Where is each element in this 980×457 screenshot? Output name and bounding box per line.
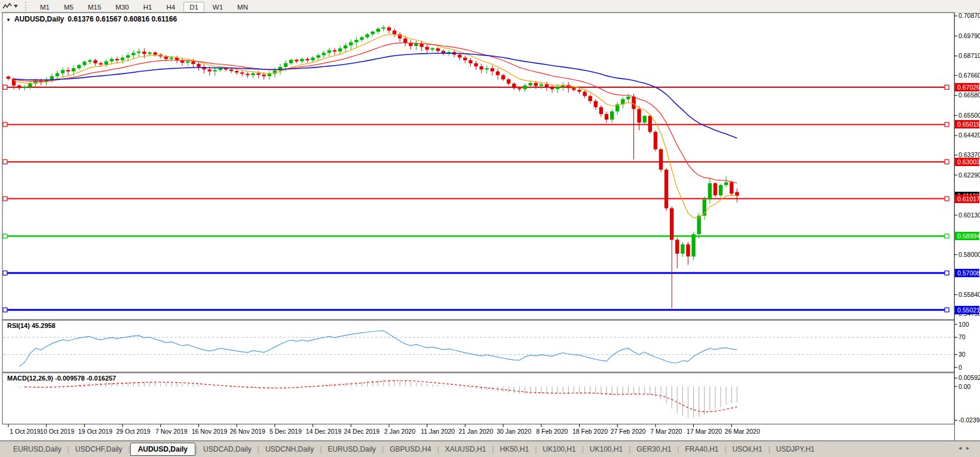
chevron-right-icon[interactable]: ▸ [966, 444, 974, 451]
tab-scroll-arrows: ◂▸ [958, 444, 974, 451]
tab-fra40-h1[interactable]: FRA40,H1 [679, 443, 724, 455]
tab-ger30-h1[interactable]: GER30,H1 [630, 443, 677, 455]
chart-title: ▼ AUDUSD,Daily 0.61376 0.61567 0.60816 0… [6, 15, 177, 23]
price-tick-label: 0.55840 [958, 291, 980, 299]
rsi-value: 45.2958 [32, 322, 56, 329]
trading-terminal-window: M1M5M15M30H1H4D1W1MN ▼ AUDUSD,Daily 0.61… [0, 0, 980, 457]
date-tick-label: 26 Mar 2020 [718, 428, 766, 435]
rsi-scale-label: 100 [958, 321, 969, 329]
tab-usoil-h1[interactable]: USOil,H1 [727, 443, 768, 455]
macd-name: MACD(12,26,9) [7, 375, 53, 382]
level-price-label: 0.58994 [955, 232, 979, 240]
tab-audusd-daily[interactable]: AUDUSD,Daily [130, 443, 195, 456]
tab-uk100-h1[interactable]: UK100,H1 [584, 443, 629, 455]
price-tick-label: 0.65500 [958, 112, 980, 119]
tab-usdchf-daily[interactable]: USDCHF,Daily [69, 443, 128, 455]
rsi-scale-label: 70 [958, 333, 966, 341]
level-price-label: 0.67026 [955, 83, 979, 91]
tab-usdcnh-daily[interactable]: USDCNH,Daily [259, 443, 320, 455]
tab-gbpusd-h4[interactable]: GBPUSD,H4 [384, 443, 437, 455]
rsi-scale-label: 30 [958, 351, 966, 358]
price-tick-label: 0.60130 [958, 211, 980, 219]
tab-uk100-h1[interactable]: UK100,H1 [537, 443, 581, 455]
macd-values: -0.009578 -0.016257 [55, 375, 116, 382]
date-axis: 1 Oct 201910 Oct 201919 Oct 201929 Oct 2… [0, 428, 954, 440]
tab-eurusd-daily[interactable]: EURUSD,Daily [7, 443, 68, 455]
chevron-left-icon[interactable]: ◂ [958, 444, 966, 451]
chart-ohlc-values: 0.61376 0.61567 0.60816 0.61166 [68, 15, 177, 23]
price-tick-label: 0.68710 [958, 52, 980, 60]
rsi-name: RSI(14) [7, 322, 30, 329]
tab-hk50-h1[interactable]: HK50,H1 [494, 443, 535, 455]
price-tick-label: 0.67660 [958, 72, 980, 79]
candlestick-chart-canvas[interactable] [0, 0, 980, 441]
level-price-label: 0.57008 [955, 269, 979, 277]
price-tick-label: 0.58000 [958, 251, 980, 259]
price-axis: 0.708700.697900.687100.676600.665800.655… [955, 0, 980, 441]
price-tick-label: 0.62290 [958, 171, 980, 179]
tab-eurusd-daily[interactable]: EURUSD,Daily [321, 443, 382, 455]
rsi-scale-label: 0 [958, 364, 962, 372]
level-price-label: 0.55021 [955, 306, 979, 314]
collapse-triangle-icon[interactable]: ▼ [6, 17, 11, 23]
macd-scale-label: 0.00 [958, 383, 970, 391]
tab-xauusd-h1[interactable]: XAUUSD,H1 [439, 443, 492, 455]
price-tick-label: 0.70870 [958, 12, 980, 20]
rsi-indicator-label: RSI(14) 45.2958 [7, 322, 56, 329]
level-price-label: 0.65015 [955, 120, 979, 128]
tab-usdcad-daily[interactable]: USDCAD,Daily [197, 443, 258, 455]
tab-usdjpy-h1[interactable]: USDJPY,H1 [770, 443, 820, 455]
price-tick-label: 0.66580 [958, 91, 980, 99]
chart-tabs-bar: EURUSD,Daily|USDCHF,Daily|AUDUSD,Daily|U… [0, 441, 980, 457]
price-tick-label: 0.69790 [958, 32, 980, 40]
price-tick-label: 0.64420 [958, 131, 980, 139]
chart-symbol: AUDUSD,Daily [14, 15, 64, 23]
macd-indicator-label: MACD(12,26,9) -0.009578 -0.016257 [7, 375, 116, 382]
level-price-label: 0.63003 [955, 158, 979, 166]
macd-scale-label: 0.005923 [958, 374, 980, 382]
macd-scale-label: -0.023944 [958, 416, 980, 424]
level-price-label: 0.61017 [955, 195, 979, 203]
